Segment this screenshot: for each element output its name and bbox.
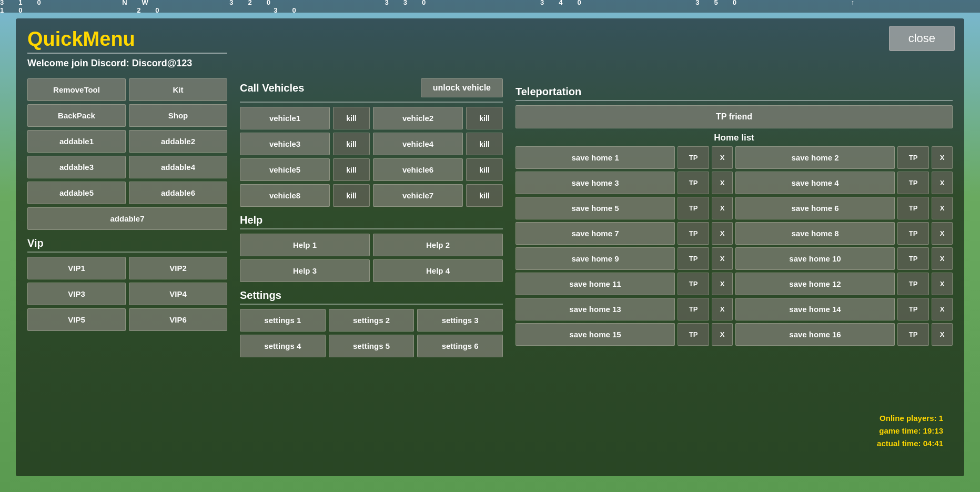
addable7-button[interactable]: addable7: [27, 207, 227, 230]
home-16-x-button[interactable]: X: [932, 323, 953, 346]
vehicle7-kill-button[interactable]: kill: [466, 184, 503, 207]
home-10-tp-button[interactable]: TP: [897, 247, 929, 270]
save-home-12-button[interactable]: save home 12: [735, 273, 895, 295]
settings6-button[interactable]: settings 6: [417, 335, 503, 357]
help3-button[interactable]: Help 3: [240, 259, 370, 282]
home-1-x-button[interactable]: X: [712, 146, 733, 169]
vip1-button[interactable]: VIP1: [27, 257, 126, 279]
home-12-tp-button[interactable]: TP: [897, 273, 929, 295]
home-4-x-button[interactable]: X: [932, 172, 953, 194]
home-12-x-button[interactable]: X: [932, 273, 953, 295]
save-home-5-button[interactable]: save home 5: [516, 197, 675, 219]
vehicle8-kill-button[interactable]: kill: [333, 184, 370, 207]
save-home-14-button[interactable]: save home 14: [735, 298, 895, 320]
settings3-button[interactable]: settings 3: [417, 309, 503, 332]
home-8-x-button[interactable]: X: [932, 222, 953, 245]
vehicle6-kill-button[interactable]: kill: [466, 158, 503, 181]
vip4-button[interactable]: VIP4: [129, 283, 227, 305]
addable4-button[interactable]: addable4: [129, 156, 227, 178]
save-home-8-button[interactable]: save home 8: [735, 222, 895, 245]
home-11-tp-button[interactable]: TP: [678, 273, 709, 295]
home-7-x-button[interactable]: X: [712, 222, 733, 245]
vehicle2-kill-button[interactable]: kill: [466, 107, 503, 129]
save-home-6-button[interactable]: save home 6: [735, 197, 895, 219]
addable2-button[interactable]: addable2: [129, 130, 227, 153]
save-home-15-button[interactable]: save home 15: [516, 323, 675, 346]
home-16-tp-button[interactable]: TP: [897, 323, 929, 346]
save-home-13-button[interactable]: save home 13: [516, 298, 675, 320]
home-6-x-button[interactable]: X: [932, 197, 953, 219]
vehicle6-button[interactable]: vehicle6: [373, 158, 463, 181]
home-4-tp-button[interactable]: TP: [897, 172, 929, 194]
vehicle3-button[interactable]: vehicle3: [240, 133, 330, 155]
settings1-button[interactable]: settings 1: [240, 309, 326, 332]
vehicle8-button[interactable]: vehicle8: [240, 184, 330, 207]
save-home-9-button[interactable]: save home 9: [516, 247, 675, 270]
settings2-button[interactable]: settings 2: [329, 309, 415, 332]
save-home-4-button[interactable]: save home 4: [735, 172, 895, 194]
home-2-x-button[interactable]: X: [932, 146, 953, 169]
addable3-button[interactable]: addable3: [27, 156, 126, 178]
vehicle1-kill-button[interactable]: kill: [333, 107, 370, 129]
save-home-10-button[interactable]: save home 10: [735, 247, 895, 270]
help4-button[interactable]: Help 4: [373, 259, 503, 282]
tp-friend-button[interactable]: TP friend: [516, 105, 953, 128]
kit-button[interactable]: Kit: [129, 78, 227, 101]
settings4-button[interactable]: settings 4: [240, 335, 326, 357]
vehicle5-kill-button[interactable]: kill: [333, 158, 370, 181]
home-14-tp-button[interactable]: TP: [897, 298, 929, 320]
home-11-x-button[interactable]: X: [712, 273, 733, 295]
mid-panel: Call Vehicles unlock vehicle vehicle1 ki…: [240, 78, 503, 360]
call-vehicles-label: Call Vehicles: [240, 82, 304, 94]
home-1-tp-button[interactable]: TP: [678, 146, 709, 169]
save-home-1-button[interactable]: save home 1: [516, 146, 675, 169]
help2-button[interactable]: Help 2: [373, 234, 503, 256]
home-13-tp-button[interactable]: TP: [678, 298, 709, 320]
unlock-vehicle-button[interactable]: unlock vehicle: [421, 78, 503, 97]
save-home-7-button[interactable]: save home 7: [516, 222, 675, 245]
close-button[interactable]: close: [889, 26, 955, 51]
vip-underline: [27, 252, 227, 253]
home-6-tp-button[interactable]: TP: [897, 197, 929, 219]
home-15-tp-button[interactable]: TP: [678, 323, 709, 346]
vip2-button[interactable]: VIP2: [129, 257, 227, 279]
home-13-x-button[interactable]: X: [712, 298, 733, 320]
home-10-x-button[interactable]: X: [932, 247, 953, 270]
save-home-16-button[interactable]: save home 16: [735, 323, 895, 346]
home-9-tp-button[interactable]: TP: [678, 247, 709, 270]
vehicle4-kill-button[interactable]: kill: [466, 133, 503, 155]
home-9-x-button[interactable]: X: [712, 247, 733, 270]
home-3-tp-button[interactable]: TP: [678, 172, 709, 194]
home-5-x-button[interactable]: X: [712, 197, 733, 219]
vehicle5-button[interactable]: vehicle5: [240, 158, 330, 181]
save-home-11-button[interactable]: save home 11: [516, 273, 675, 295]
home-15-x-button[interactable]: X: [712, 323, 733, 346]
home-14-x-button[interactable]: X: [932, 298, 953, 320]
settings5-button[interactable]: settings 5: [329, 335, 415, 357]
vehicle2-button[interactable]: vehicle2: [373, 107, 463, 129]
vehicle4-button[interactable]: vehicle4: [373, 133, 463, 155]
vehicle3-kill-button[interactable]: kill: [333, 133, 370, 155]
home-3-x-button[interactable]: X: [712, 172, 733, 194]
vip5-button[interactable]: VIP5: [27, 308, 126, 331]
vehicle1-button[interactable]: vehicle1: [240, 107, 330, 129]
home-5-tp-button[interactable]: TP: [678, 197, 709, 219]
vehicle7-button[interactable]: vehicle7: [373, 184, 463, 207]
removetool-button[interactable]: RemoveTool: [27, 78, 126, 101]
save-home-3-button[interactable]: save home 3: [516, 172, 675, 194]
vip6-button[interactable]: VIP6: [129, 308, 227, 331]
settings-section-label: Settings: [240, 289, 503, 302]
addable5-button[interactable]: addable5: [27, 182, 126, 204]
shop-button[interactable]: Shop: [129, 104, 227, 127]
home-8-tp-button[interactable]: TP: [897, 222, 929, 245]
backpack-button[interactable]: BackPack: [27, 104, 126, 127]
vip3-button[interactable]: VIP3: [27, 283, 126, 305]
addable1-button[interactable]: addable1: [27, 130, 126, 153]
help1-button[interactable]: Help 1: [240, 234, 370, 256]
addable6-button[interactable]: addable6: [129, 182, 227, 204]
home-2-tp-button[interactable]: TP: [897, 146, 929, 169]
homes-row-6: save home 11 TP X save home 12 TP X: [516, 273, 953, 295]
save-home-2-button[interactable]: save home 2: [735, 146, 895, 169]
home-7-tp-button[interactable]: TP: [678, 222, 709, 245]
main-layout: RemoveTool Kit BackPack Shop addable1 ad…: [27, 78, 953, 360]
